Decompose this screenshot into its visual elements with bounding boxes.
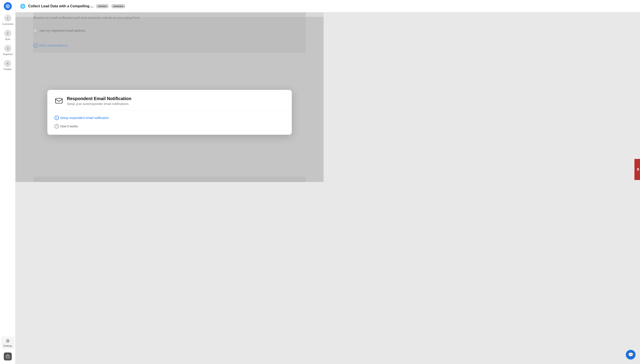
step-number-3: 3 [4,45,11,52]
header-badge-2: ●●●●●● [111,4,126,8]
envelope-icon [55,96,63,105]
modal-header-text: Respondent Email Notification Setup your… [67,96,131,106]
modal-subtitle: Setup your autoresponder email notificat… [67,102,131,106]
content-inner: Receive an email notification each time … [16,12,324,182]
app-logo[interactable] [4,2,12,10]
sidebar-step-publish[interactable]: 4 Publish [4,60,12,70]
sidebar: 1 Customize 2 Style 3 Segment 4 Publish … [0,0,16,182]
step-label-publish: Publish [4,68,12,70]
svg-point-2 [7,6,9,7]
modal-overlay: Respondent Email Notification Setup your… [16,17,324,182]
header-badge-1: ●●●●● [96,4,108,8]
step-number-2: 2 [4,30,11,37]
setup-plus-icon: + [55,116,59,120]
step-number-1: 1 [4,15,11,22]
help-circle-icon: ? [55,124,59,128]
svg-rect-4 [56,98,62,103]
how-it-works-link[interactable]: ? How it works [55,124,285,128]
sidebar-step-segment[interactable]: 3 Segment [3,45,13,56]
setup-respondent-link[interactable]: + Setup respondent email notification [55,116,285,120]
modal-header: Respondent Email Notification Setup your… [47,90,292,110]
top-header: 🌐 Collect Lead Data with a Compelling ..… [16,0,324,12]
step-label-style: Style [5,38,10,40]
how-it-works-text: How it works [60,124,78,128]
modal-container-area: Respondent Email Notification Setup your… [33,52,306,119]
step-number-4: 4 [4,60,11,67]
step-label-customize: Customize [2,23,14,25]
sidebar-step-style[interactable]: 2 Style [4,30,11,40]
modal-body: + Setup respondent email notification ? … [47,110,292,135]
sidebar-step-customize[interactable]: 1 Customize [2,15,14,25]
step-label-segment: Segment [3,53,13,56]
modal-title: Respondent Email Notification [67,96,131,101]
setup-respondent-text: Setup respondent email notification [60,116,109,120]
globe-icon: 🌐 [20,4,26,9]
respondent-email-modal: Respondent Email Notification Setup your… [47,90,292,135]
page-title: Collect Lead Data with a Compelling ... [28,4,93,8]
main-content: Receive an email notification each time … [16,12,324,182]
